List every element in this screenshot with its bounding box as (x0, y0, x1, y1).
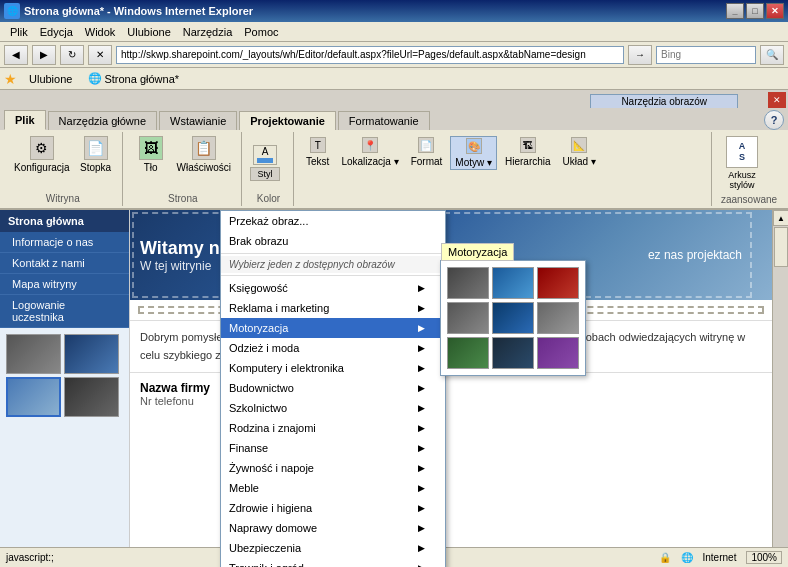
tab-formatowanie[interactable]: Formatowanie (338, 111, 430, 130)
ribbon-stopka-button[interactable]: 📄 Stopka (76, 134, 116, 175)
favorites-bar: ★ Ulubione 🌐 Strona główna* (0, 68, 788, 90)
format-icon: 📄 (418, 137, 434, 153)
ribbon-lokalizacja-button[interactable]: 📍 Lokalizacja ▾ (337, 136, 402, 168)
motyw-ksiegowosc[interactable]: Księgowość ▶ (221, 278, 445, 298)
ribbon-hierarchia-button[interactable]: 🏗 Hierarchia (501, 136, 555, 168)
window-controls: _ □ ✕ (726, 3, 784, 19)
ribbon-tlo-button[interactable]: 🖼 Tło (131, 134, 171, 175)
ribbon-close-button[interactable]: ✕ (768, 92, 786, 108)
motyw-rodzina[interactable]: Rodzina i znajomi ▶ (221, 418, 445, 438)
thumb-1 (6, 334, 61, 374)
favorites-star-icon: ★ (4, 71, 17, 87)
arrow-icon: ▶ (418, 523, 425, 533)
menu-widok[interactable]: Widok (79, 24, 122, 40)
strona-group-label: Strona (131, 191, 235, 204)
tab-projektowanie[interactable]: Projektowanie (239, 111, 336, 130)
motyw-sep-1 (221, 253, 445, 254)
motoryzacja-image-grid (447, 267, 579, 369)
moto-img-8[interactable] (492, 337, 534, 369)
tab-plik[interactable]: Plik (4, 110, 46, 130)
motyw-ubezpieczenia[interactable]: Ubezpieczenia ▶ (221, 538, 445, 558)
ribbon-uklad-button[interactable]: 📐 Układ ▾ (559, 136, 600, 168)
moto-img-1[interactable] (447, 267, 489, 299)
refresh-button[interactable]: ↻ (60, 45, 84, 65)
lokalizacja-icon: 📍 (362, 137, 378, 153)
arrow-icon: ▶ (418, 403, 425, 413)
favorites-label[interactable]: Ulubione (23, 71, 78, 87)
sp-nav-info[interactable]: Informacje o nas (0, 232, 129, 253)
ribbon-format-button[interactable]: 📄 Format (407, 136, 447, 168)
help-button[interactable]: ? (764, 110, 784, 130)
sp-nav-kontakt[interactable]: Kontakt z nami (0, 253, 129, 274)
maximize-button[interactable]: □ (746, 3, 764, 19)
tab-wstawianie[interactable]: Wstawianie (159, 111, 237, 130)
ribbon-tekst-button[interactable]: T Tekst (302, 136, 333, 168)
kolor-button[interactable]: A (253, 145, 277, 165)
moto-img-3[interactable] (537, 267, 579, 299)
favorites-item-home[interactable]: 🌐 Strona główna* (84, 71, 183, 86)
sp-nav-mapa[interactable]: Mapa witryny (0, 274, 129, 295)
thumb-2 (64, 334, 119, 374)
menu-pomoc[interactable]: Pomoc (238, 24, 284, 40)
motyw-odziez[interactable]: Odzież i moda ▶ (221, 338, 445, 358)
scroll-up-button[interactable]: ▲ (773, 210, 788, 226)
scroll-thumb[interactable] (774, 227, 788, 267)
menu-bar: Plik Edycja Widok Ulubione Narzędzia Pom… (0, 22, 788, 42)
forward-button[interactable]: ▶ (32, 45, 56, 65)
ribbon-konfiguracja-button[interactable]: ⚙ Konfiguracja (10, 134, 74, 175)
ribbon-motyw-button[interactable]: 🎨 Motyw ▾ (450, 136, 497, 170)
arkusz-stylow-button[interactable]: AS Arkusz stylów (720, 134, 764, 192)
moto-img-9[interactable] (537, 337, 579, 369)
status-right: 🔒 🌐 Internet 100% (659, 551, 783, 564)
wlasciwosci-icon: 📋 (192, 136, 216, 160)
motyw-trawnik[interactable]: Trawnik i ogród ▶ (221, 558, 445, 567)
motoryzacja-submenu: Motoryzacja (440, 260, 586, 376)
minimize-button[interactable]: _ (726, 3, 744, 19)
sp-nav-logowanie[interactable]: Logowanie uczestnika (0, 295, 129, 328)
ribbon-group-arkusz: AS Arkusz stylów zaansowane (714, 132, 784, 206)
ribbon-group-witryna: ⚙ Konfiguracja 📄 Stopka Witryna (4, 132, 123, 206)
moto-img-6[interactable] (537, 302, 579, 334)
motyw-zdrowie[interactable]: Zdrowie i higiena ▶ (221, 498, 445, 518)
ribbon-wlasciwosci-button[interactable]: 📋 Właściwości (173, 134, 235, 175)
search-button[interactable]: 🔍 (760, 45, 784, 65)
search-input[interactable] (656, 46, 756, 64)
stop-button[interactable]: ✕ (88, 45, 112, 65)
motyw-naprawy[interactable]: Naprawy domowe ▶ (221, 518, 445, 538)
motyw-meble[interactable]: Meble ▶ (221, 478, 445, 498)
ribbon-content: ⚙ Konfiguracja 📄 Stopka Witryna 🖼 Tło 📋 (0, 130, 788, 208)
motyw-szkolnictwo[interactable]: Szkolnictwo ▶ (221, 398, 445, 418)
motyw-motoryzacja[interactable]: Motoryzacja ▶ (221, 318, 445, 338)
motyw-brak-obrazu[interactable]: Brak obrazu (221, 231, 445, 251)
arrow-icon: ▶ (418, 483, 425, 493)
scrollbar[interactable]: ▲ (772, 210, 788, 547)
moto-img-5[interactable] (492, 302, 534, 334)
back-button[interactable]: ◀ (4, 45, 28, 65)
motyw-finanse[interactable]: Finanse ▶ (221, 438, 445, 458)
moto-img-7[interactable] (447, 337, 489, 369)
witryna-group-label: Witryna (10, 191, 116, 204)
menu-edycja[interactable]: Edycja (34, 24, 79, 40)
motyw-reklama[interactable]: Reklama i marketing ▶ (221, 298, 445, 318)
thumb-3 (6, 377, 61, 417)
motyw-zywnosc[interactable]: Żywność i napoje ▶ (221, 458, 445, 478)
ribbon-group-main-buttons: T Tekst 📍 Lokalizacja ▾ 📄 Format 🎨 Motyw… (296, 132, 712, 206)
moto-img-4[interactable] (447, 302, 489, 334)
sp-nav-active[interactable]: Strona główna (0, 210, 129, 232)
motyw-budownictwo[interactable]: Budownictwo ▶ (221, 378, 445, 398)
close-button[interactable]: ✕ (766, 3, 784, 19)
address-input[interactable] (116, 46, 624, 64)
go-button[interactable]: → (628, 45, 652, 65)
motyw-header-wybierz: Wybierz jeden z dostępnych obrazów (221, 256, 445, 273)
styl-button[interactable]: Styl (250, 167, 280, 181)
arkusz-group-label: zaansowane (720, 192, 778, 205)
arkusz-icon: AS (726, 136, 758, 168)
menu-plik[interactable]: Plik (4, 24, 34, 40)
motyw-przekaz-obraz[interactable]: Przekaż obraz... (221, 211, 445, 231)
moto-img-2[interactable] (492, 267, 534, 299)
menu-ulubione[interactable]: Ulubione (121, 24, 176, 40)
tab-narzedzia-glowne[interactable]: Narzędzia główne (48, 111, 157, 130)
menu-narzedzia[interactable]: Narzędzia (177, 24, 239, 40)
motyw-komputery[interactable]: Komputery i elektronika ▶ (221, 358, 445, 378)
arrow-icon: ▶ (418, 283, 425, 293)
